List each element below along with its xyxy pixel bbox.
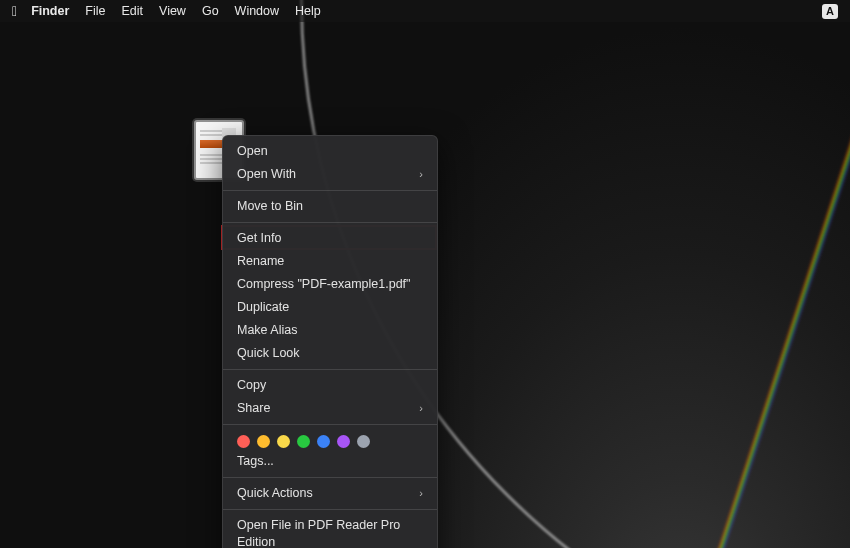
menu-separator	[223, 190, 437, 191]
menu-item-label: Move to Bin	[237, 198, 303, 215]
tag-color-row	[223, 429, 437, 450]
menu-item-get-info[interactable]: Get Info	[223, 227, 437, 250]
app-name[interactable]: Finder	[31, 4, 69, 18]
tag-color-dot[interactable]	[277, 435, 290, 448]
menu-help[interactable]: Help	[295, 4, 321, 18]
menubar:  Finder File Edit View Go Window Help A	[0, 0, 850, 22]
tag-color-dot[interactable]	[257, 435, 270, 448]
menu-go[interactable]: Go	[202, 4, 219, 18]
menu-item-label: Quick Actions	[237, 485, 313, 502]
menu-item-label: Open With	[237, 166, 296, 183]
menu-separator	[223, 369, 437, 370]
menu-item-quick-look[interactable]: Quick Look	[223, 342, 437, 365]
tag-color-dot[interactable]	[337, 435, 350, 448]
menu-item-label: Open	[237, 143, 268, 160]
menu-item-label: Duplicate	[237, 299, 289, 316]
menu-item-label: Tags...	[237, 453, 274, 470]
menu-item-move-to-bin[interactable]: Move to Bin	[223, 195, 437, 218]
menu-item-quick-actions[interactable]: Quick Actions›	[223, 482, 437, 505]
menu-edit[interactable]: Edit	[121, 4, 143, 18]
menu-item-label: Rename	[237, 253, 284, 270]
menu-file[interactable]: File	[85, 4, 105, 18]
menu-item-label: Open File in PDF Reader Pro Edition	[237, 517, 423, 548]
menu-item-open[interactable]: Open	[223, 140, 437, 163]
menu-item-label: Make Alias	[237, 322, 297, 339]
chevron-right-icon: ›	[419, 166, 423, 183]
menu-item-compress-pdf-example1-pdf[interactable]: Compress "PDF-example1.pdf"	[223, 273, 437, 296]
menu-separator	[223, 477, 437, 478]
menu-item-rename[interactable]: Rename	[223, 250, 437, 273]
menu-item-label: Get Info	[237, 230, 281, 247]
tag-color-dot[interactable]	[357, 435, 370, 448]
tag-color-dot[interactable]	[317, 435, 330, 448]
menu-item-copy[interactable]: Copy	[223, 374, 437, 397]
menu-item-open-file-in-pdf-reader-pro-edition[interactable]: Open File in PDF Reader Pro Edition	[223, 514, 437, 548]
menu-item-duplicate[interactable]: Duplicate	[223, 296, 437, 319]
menu-item-open-with[interactable]: Open With›	[223, 163, 437, 186]
menu-item-label: Share	[237, 400, 270, 417]
menu-item-label: Copy	[237, 377, 266, 394]
tag-color-dot[interactable]	[237, 435, 250, 448]
menu-window[interactable]: Window	[235, 4, 279, 18]
context-menu: OpenOpen With›Move to BinGet InfoRenameC…	[222, 135, 438, 548]
input-source-indicator[interactable]: A	[822, 4, 838, 19]
menu-item-share[interactable]: Share›	[223, 397, 437, 420]
menu-item-label: Compress "PDF-example1.pdf"	[237, 276, 411, 293]
chevron-right-icon: ›	[419, 485, 423, 502]
menu-separator	[223, 509, 437, 510]
tag-color-dot[interactable]	[297, 435, 310, 448]
menu-item-tags[interactable]: Tags...	[223, 450, 437, 473]
apple-menu-icon[interactable]: 	[12, 3, 17, 19]
menu-item-make-alias[interactable]: Make Alias	[223, 319, 437, 342]
chevron-right-icon: ›	[419, 400, 423, 417]
menu-separator	[223, 424, 437, 425]
menu-view[interactable]: View	[159, 4, 186, 18]
menu-item-label: Quick Look	[237, 345, 300, 362]
menu-separator	[223, 222, 437, 223]
